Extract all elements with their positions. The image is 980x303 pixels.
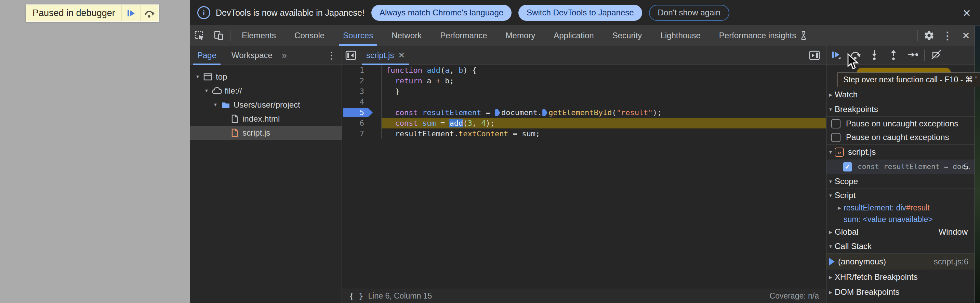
navigator-menu-icon[interactable]: ⋮ bbox=[326, 50, 336, 61]
tab-workspace[interactable]: Workspace bbox=[224, 46, 280, 65]
section-watch[interactable]: ▶ Watch bbox=[826, 87, 975, 102]
step-button[interactable] bbox=[903, 46, 922, 65]
inline-breakpoint-marker-icon[interactable] bbox=[542, 109, 547, 116]
section-breakpoints[interactable]: ▼ Breakpoints bbox=[826, 102, 975, 117]
tree-item-users-user-project[interactable]: ▼Users/user/project bbox=[190, 98, 342, 112]
tab-security[interactable]: Security bbox=[603, 25, 651, 46]
step-over-button[interactable] bbox=[846, 46, 865, 65]
step-over-button-page[interactable] bbox=[140, 5, 158, 21]
scope-script-group[interactable]: ▼ Script bbox=[826, 189, 975, 202]
dont-show-again-button[interactable]: Don't show again bbox=[649, 5, 729, 21]
pause-uncaught-checkbox[interactable] bbox=[831, 119, 840, 128]
gutter-line-6[interactable]: 6 bbox=[342, 118, 382, 128]
tab-label: Performance bbox=[440, 31, 487, 40]
gutter-line-3[interactable]: 3 bbox=[342, 86, 382, 97]
breakpoint-entry-checkbox[interactable] bbox=[843, 162, 852, 171]
toggle-navigator-button[interactable] bbox=[342, 45, 360, 66]
code-text-line-2[interactable]: return a + b; bbox=[382, 76, 826, 86]
pause-caught-label: Pause on caught exceptions bbox=[846, 133, 949, 142]
resume-script-button[interactable] bbox=[121, 5, 140, 21]
code-text-line-5[interactable]: const resultElement = document.getElemen… bbox=[382, 107, 826, 118]
inline-breakpoint-marker-icon[interactable] bbox=[495, 109, 500, 116]
tab-sources[interactable]: Sources bbox=[334, 25, 382, 46]
editor-statusbar: { } Line 6, Column 15 Coverage: n/a bbox=[342, 289, 826, 303]
devtools-close-button[interactable]: ✕ bbox=[957, 25, 975, 46]
chevron-double-right-icon[interactable]: » bbox=[282, 50, 287, 61]
tab-network[interactable]: Network bbox=[382, 25, 431, 46]
inspect-element-button[interactable] bbox=[190, 25, 209, 46]
paused-in-debugger-badge: Paused in debugger bbox=[25, 5, 159, 22]
tree-item-label: script.js bbox=[242, 128, 270, 138]
breakpoint-file-group[interactable]: ▼ ‹› script.js bbox=[826, 144, 975, 160]
kebab-icon: ⋮ bbox=[942, 30, 953, 42]
devtools-menu-button[interactable]: ⋮ bbox=[938, 25, 957, 46]
step-into-icon bbox=[868, 49, 880, 62]
pause-uncaught-row: Pause on uncaught exceptions bbox=[826, 117, 975, 130]
tree-item-top[interactable]: ▼top bbox=[190, 70, 342, 84]
resume-button[interactable] bbox=[826, 46, 846, 65]
tab-lighthouse[interactable]: Lighthouse bbox=[651, 25, 710, 46]
devtools-toolbar: ElementsConsoleSourcesNetworkPerformance… bbox=[190, 25, 980, 46]
navigator-tabs: Page Workspace » ⋮ bbox=[190, 46, 342, 65]
code-text-line-3[interactable]: } bbox=[382, 86, 826, 97]
scope-var-resultElement[interactable]: ▶ resultElement: div#result bbox=[826, 202, 975, 214]
call-frame-row[interactable]: (anonymous) script.js:6 bbox=[826, 254, 975, 270]
toggle-debugger-sidebar-button[interactable] bbox=[806, 45, 823, 66]
scope-var-sum[interactable]: ▶ sum: <value unavailable> bbox=[826, 214, 975, 225]
chevron-down-icon: ▼ bbox=[826, 179, 835, 184]
page-background: Paused in debugger bbox=[0, 0, 190, 303]
infobar-message: DevTools is now available in Japanese! bbox=[216, 8, 364, 18]
section-scope[interactable]: ▼ Scope bbox=[826, 174, 975, 189]
tree-item-script-js[interactable]: script.js bbox=[190, 126, 342, 140]
chevron-down-icon: ▼ bbox=[826, 150, 835, 155]
navigator-sidebar: Page Workspace » ⋮ ▼top▼file://▼Users/us… bbox=[190, 46, 342, 303]
code-text-line-7[interactable]: resultElement.textContent = sum; bbox=[382, 128, 826, 139]
gear-icon bbox=[924, 30, 934, 41]
editor-tab-scriptjs[interactable]: script.js ✕ bbox=[361, 46, 410, 65]
caret-down-icon: ▼ bbox=[212, 102, 218, 107]
gutter-line-4[interactable]: 4 bbox=[342, 97, 382, 107]
gutter-line-2[interactable]: 2 bbox=[342, 76, 382, 86]
tab-performance[interactable]: Performance bbox=[431, 25, 496, 46]
resume-icon bbox=[126, 8, 136, 19]
code-line-7: 7 resultElement.textContent = sum; bbox=[342, 128, 826, 139]
deactivate-breakpoints-icon bbox=[930, 49, 942, 62]
tab-performance-insights[interactable]: Performance insights bbox=[710, 25, 817, 46]
gutter-line-5[interactable]: 5 bbox=[342, 107, 382, 118]
pause-caught-checkbox[interactable] bbox=[831, 133, 840, 142]
deactivate-breakpoints-button[interactable] bbox=[927, 46, 946, 65]
breakpoint-file-label: script.js bbox=[848, 147, 876, 157]
code-text-line-4[interactable] bbox=[382, 97, 826, 107]
info-icon: i bbox=[197, 6, 210, 19]
tab-label: Console bbox=[294, 31, 325, 40]
chevron-right-icon: ▶ bbox=[826, 290, 835, 295]
step-out-button[interactable] bbox=[884, 46, 903, 65]
switch-devtools-japanese-button[interactable]: Switch DevTools to Japanese bbox=[519, 5, 642, 21]
settings-button[interactable] bbox=[920, 25, 938, 46]
close-icon[interactable]: ✕ bbox=[398, 51, 405, 60]
code-text-line-6[interactable]: const sum = add(3, 4); bbox=[382, 118, 826, 128]
devtools-window: Paused in debugger i DevTools is now ava… bbox=[0, 0, 980, 303]
device-toolbar-button[interactable] bbox=[209, 25, 228, 46]
section-dom-breakpoints[interactable]: ▶ DOM Breakpoints bbox=[826, 284, 975, 300]
section-call-stack[interactable]: ▼ Call Stack bbox=[826, 239, 975, 254]
pretty-print-button[interactable]: { } bbox=[349, 292, 363, 301]
section-xhr-breakpoints[interactable]: ▶ XHR/fetch Breakpoints bbox=[826, 270, 975, 284]
infobar-close-icon[interactable]: ✕ bbox=[963, 7, 971, 19]
tab-console[interactable]: Console bbox=[285, 25, 334, 46]
code-editor[interactable]: 1function add(a, b) {2 return a + b;3 }4… bbox=[342, 65, 826, 289]
tab-memory[interactable]: Memory bbox=[496, 25, 545, 46]
gutter-line-1[interactable]: 1 bbox=[342, 65, 382, 76]
step-into-button[interactable] bbox=[865, 46, 884, 65]
scope-global-group[interactable]: ▶ Global Window bbox=[826, 225, 975, 239]
tree-item-file[interactable]: ▼file:// bbox=[190, 84, 342, 98]
tree-item-index-html[interactable]: index.html bbox=[190, 112, 342, 126]
gutter-line-7[interactable]: 7 bbox=[342, 128, 382, 139]
tab-page[interactable]: Page bbox=[190, 46, 224, 65]
breakpoint-entry[interactable]: const resultElement = doc… 5 bbox=[826, 160, 975, 174]
tab-application[interactable]: Application bbox=[544, 25, 603, 46]
tab-elements[interactable]: Elements bbox=[232, 25, 285, 46]
code-text-line-1[interactable]: function add(a, b) { bbox=[382, 65, 826, 76]
always-match-language-button[interactable]: Always match Chrome's language bbox=[371, 5, 512, 21]
background-page-sliver bbox=[975, 25, 980, 303]
